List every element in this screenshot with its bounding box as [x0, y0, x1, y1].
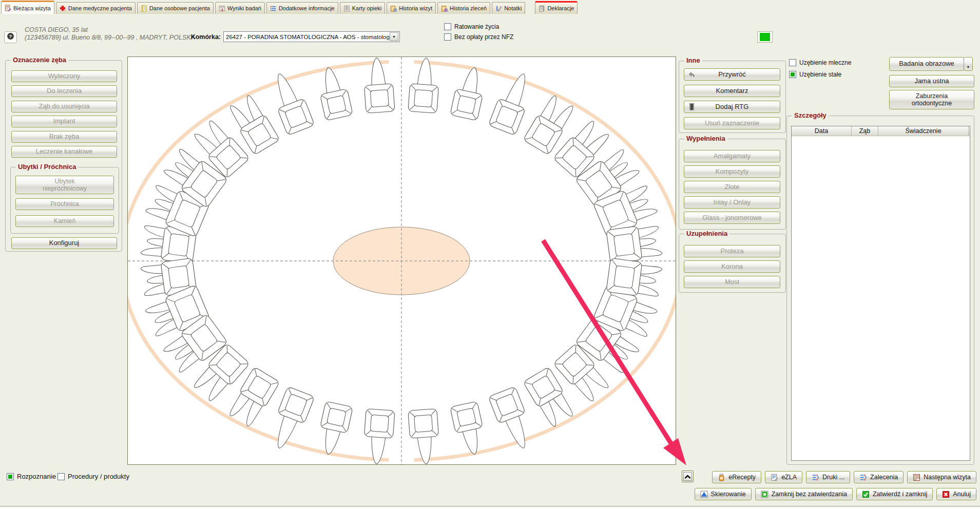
diagnosis-checkbox-label: Rozpoznanie — [17, 473, 56, 480]
tooth[interactable] — [315, 401, 353, 457]
button-label: Kompozyty — [716, 168, 748, 176]
imaging-dropdown-button[interactable]: ▼ — [964, 57, 973, 71]
komentarz-button[interactable]: Komentarz — [684, 85, 780, 97]
glass-jonomerowe-button[interactable]: Glass - jonomerowe — [684, 212, 780, 224]
milk-dentition-checkbox[interactable]: Uzębienie mleczne — [789, 59, 851, 66]
svg-text:?: ? — [9, 33, 12, 39]
usuń-zaznaczenie-button[interactable]: Usuń zaznaczenie — [684, 117, 780, 129]
button-label: Ząb do usunięcia — [39, 103, 89, 110]
ezla-button[interactable]: eZLA — [765, 471, 802, 483]
kamień-button[interactable]: Kamień — [15, 215, 114, 227]
tooth[interactable] — [450, 401, 488, 457]
wyleczony-button[interactable]: Wyleczony — [11, 70, 117, 82]
skierowanie-button[interactable]: Skierowanie — [695, 488, 752, 500]
checkbox-box[interactable] — [7, 473, 14, 480]
imaging-button[interactable]: Badania obrazowe — [889, 57, 964, 71]
tooth[interactable] — [450, 65, 488, 121]
tooth[interactable] — [408, 57, 440, 113]
tooth[interactable] — [362, 57, 395, 113]
clinic-combobox[interactable]: 26427 - PORADNIA STOMATOLOGICZNA - AOS -… — [223, 31, 400, 42]
details-table[interactable]: DataZąbŚwiadczenie — [791, 126, 970, 461]
zalecenia-button[interactable]: Zalecenia — [854, 471, 904, 483]
konfiguruj-button[interactable]: Konfiguruj — [11, 237, 117, 249]
ubytek-niepróchnicowy-button[interactable]: Ubytek niepróchnicowy — [15, 176, 114, 194]
tooth[interactable] — [606, 258, 663, 298]
inlay-onlay-button[interactable]: Inlay / Onlay — [684, 196, 780, 209]
checkbox-box[interactable] — [789, 71, 796, 78]
próchnica-button[interactable]: Próchnica — [15, 198, 114, 210]
permanent-dentition-checkbox[interactable]: Uzębienie stałe — [789, 71, 841, 78]
button-label: Złote — [725, 183, 740, 191]
visit-history-icon — [390, 5, 397, 12]
button-label: Kamień — [54, 217, 75, 224]
tab-label: Historia wizyt — [399, 5, 432, 11]
button-label: Próchnica — [50, 200, 79, 208]
tab-dodatkowe-informacje[interactable]: Dodatkowe informacje — [266, 2, 338, 14]
tab-label: Dane osobowe pacjenta — [149, 5, 210, 11]
button-label: Implant — [53, 118, 75, 125]
anuluj-button[interactable]: Anuluj — [936, 488, 976, 500]
combo-down-arrow-icon[interactable]: ▼ — [390, 32, 398, 41]
diagnosis-checkbox[interactable]: Rozpoznanie — [7, 473, 56, 480]
column-header-ząb[interactable]: Ząb — [852, 126, 878, 136]
nfz-checkbox[interactable]: Bez opłaty przez NFZ — [444, 33, 513, 41]
rescue-checkbox-label: Ratowanie życia — [454, 23, 499, 30]
oral-cavity-button[interactable]: Jama ustna — [889, 75, 974, 87]
column-header-data[interactable]: Data — [792, 126, 852, 136]
implant-button[interactable]: Implant — [11, 116, 117, 127]
dental-chart-canvas[interactable] — [127, 57, 676, 465]
ortho-disorders-button[interactable]: Zaburzenia ortodontyczne — [889, 90, 974, 109]
następna-wizyta-button[interactable]: Następna wizyta — [907, 471, 976, 483]
tab-karty-opieki[interactable]: Karty opieki — [340, 2, 385, 14]
button-label: Konfiguruj — [49, 239, 80, 247]
rescue-checkbox[interactable]: Ratowanie życia — [444, 23, 499, 30]
panel-title: Inne — [684, 57, 702, 64]
tab-wyniki-badań[interactable]: Wyniki badań — [215, 2, 265, 14]
procedures-checkbox[interactable]: Procedury / produkty — [57, 473, 129, 480]
checkbox-box[interactable] — [444, 33, 451, 41]
button-label: Następna wizyta — [924, 474, 971, 481]
przywróć-button[interactable]: Przywróć — [684, 68, 780, 81]
tooth[interactable] — [408, 409, 440, 464]
calendar-icon — [913, 474, 920, 481]
checkbox-box[interactable] — [444, 23, 451, 30]
tab-dane-medyczne-pacjenta[interactable]: Dane medyczne pacjenta — [56, 2, 136, 14]
erecepty-button[interactable]: eRecepty — [712, 471, 761, 483]
checkbox-box[interactable] — [57, 473, 65, 480]
kompozyty-button[interactable]: Kompozyty — [684, 165, 780, 178]
most-button[interactable]: Most — [684, 276, 780, 288]
help-button[interactable]: ? — [4, 31, 17, 43]
korona-button[interactable]: Korona — [684, 260, 780, 273]
tab-bieżąca-wizyta[interactable]: Bieżąca wizyta — [1, 1, 54, 14]
collapse-button[interactable] — [682, 471, 694, 482]
tab-notatki[interactable]: Notatki — [492, 2, 525, 14]
zatwierdź-i-zamknij-button[interactable]: Zatwierdź i zamknij — [856, 488, 933, 500]
druki-button[interactable]: Druki ... — [806, 471, 850, 483]
tab-dane-osobowe-pacjenta[interactable]: Dane osobowe pacjenta — [137, 2, 214, 14]
brak-zęba-button[interactable]: Brak zęba — [11, 131, 117, 143]
actions-row-1: eReceptyeZLADruki ...ZaleceniaNastępna w… — [712, 471, 976, 483]
ortho-disorders-button-label: Zaburzenia ortodontyczne — [901, 92, 963, 107]
leczenie-kanałowe-button[interactable]: Leczenie kanałowe — [11, 146, 117, 158]
do-leczenia-button[interactable]: Do leczenia — [11, 85, 117, 97]
tab-label: Karty opieki — [352, 5, 381, 11]
tooth[interactable] — [362, 409, 395, 464]
checkbox-box[interactable] — [789, 59, 796, 66]
tab-deklaracje[interactable]: Deklaracje — [535, 1, 578, 14]
button-label: Komentarz — [716, 87, 748, 95]
pill-bottle-icon — [718, 474, 725, 481]
złote-button[interactable]: Złote — [684, 181, 780, 193]
help-icon: ? — [7, 32, 14, 42]
proteza-button[interactable]: Proteza — [684, 245, 780, 257]
amalgamaty-button[interactable]: Amalgamaty — [684, 150, 780, 162]
clinic-combobox-value: 26427 - PORADNIA STOMATOLOGICZNA - AOS -… — [226, 34, 390, 40]
column-header-świadczenie[interactable]: Świadczenie — [878, 126, 969, 136]
ząb-do-usunięcia-button[interactable]: Ząb do usunięcia — [11, 101, 117, 112]
tooth[interactable] — [606, 223, 663, 264]
tab-historia-zleceń[interactable]: Historia zleceń — [437, 2, 490, 14]
tooth[interactable] — [315, 65, 353, 121]
zamknij-bez-zatwierdzania-button[interactable]: Zamknij bez zatwierdzania — [755, 488, 853, 500]
dodaj-rtg-button[interactable]: Dodaj RTG — [684, 101, 780, 113]
tab-historia-wizyt[interactable]: Historia wizyt — [387, 2, 436, 14]
notes-icon — [495, 5, 502, 12]
